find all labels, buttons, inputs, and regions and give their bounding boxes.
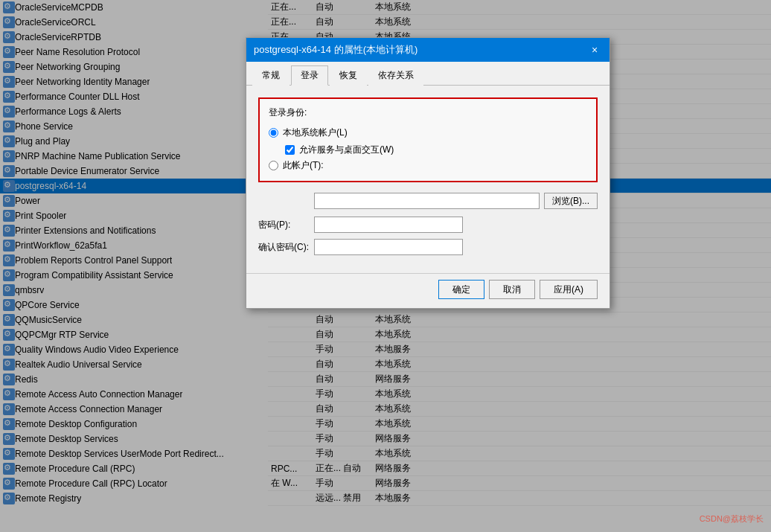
modal-tab[interactable]: 登录 [291, 65, 328, 86]
browse-button[interactable]: 浏览(B)... [544, 193, 598, 209]
modal-tab[interactable]: 依存关系 [368, 65, 423, 86]
password-label: 密码(P): [258, 219, 314, 231]
apply-button[interactable]: 应用(A) [540, 280, 598, 299]
desktop-interact-label: 允许服务与桌面交互(W) [299, 144, 394, 156]
local-system-radio-option[interactable]: 本地系统帐户(L) [269, 126, 587, 139]
ok-button[interactable]: 确定 [438, 280, 484, 299]
modal-title: postgresql-x64-14 的属性(本地计算机) [254, 43, 418, 57]
modal-footer: 确定 取消 应用(A) [246, 273, 610, 308]
account-input-field[interactable] [314, 193, 540, 209]
this-account-label: 此帐户(T): [283, 159, 324, 172]
tab-bar: 常规登录恢复依存关系 [246, 62, 610, 86]
modal-tab[interactable]: 常规 [252, 65, 289, 86]
cancel-button[interactable]: 取消 [489, 280, 535, 299]
local-system-label: 本地系统帐户(L) [283, 126, 348, 139]
modal-close-button[interactable]: × [587, 42, 602, 57]
section-title: 登录身份: [269, 106, 587, 119]
watermark: CSDN@荔枝学长 [700, 513, 764, 525]
confirm-password-row: 确认密码(C): [258, 239, 598, 255]
modal-titlebar: postgresql-x64-14 的属性(本地计算机) × [246, 38, 610, 62]
this-account-radio-option[interactable]: 此帐户(T): [269, 159, 587, 172]
password-input[interactable] [314, 217, 463, 233]
account-input-row: 浏览(B)... [258, 193, 598, 209]
desktop-interact-checkbox-option[interactable]: 允许服务与桌面交互(W) [285, 144, 587, 156]
this-account-radio[interactable] [269, 161, 278, 170]
modal-body: 登录身份: 本地系统帐户(L) 允许服务与桌面交互(W) 此帐户(T): 浏览(… [246, 86, 610, 273]
desktop-interact-checkbox[interactable] [285, 145, 295, 155]
confirm-password-label: 确认密码(C): [258, 241, 314, 254]
login-section-box: 登录身份: 本地系统帐户(L) 允许服务与桌面交互(W) 此帐户(T): [258, 97, 598, 182]
password-row: 密码(P): [258, 217, 598, 233]
confirm-password-input[interactable] [314, 239, 463, 255]
properties-dialog: postgresql-x64-14 的属性(本地计算机) × 常规登录恢复依存关… [246, 37, 610, 309]
local-system-radio[interactable] [269, 128, 278, 138]
modal-tab[interactable]: 恢复 [330, 65, 367, 86]
